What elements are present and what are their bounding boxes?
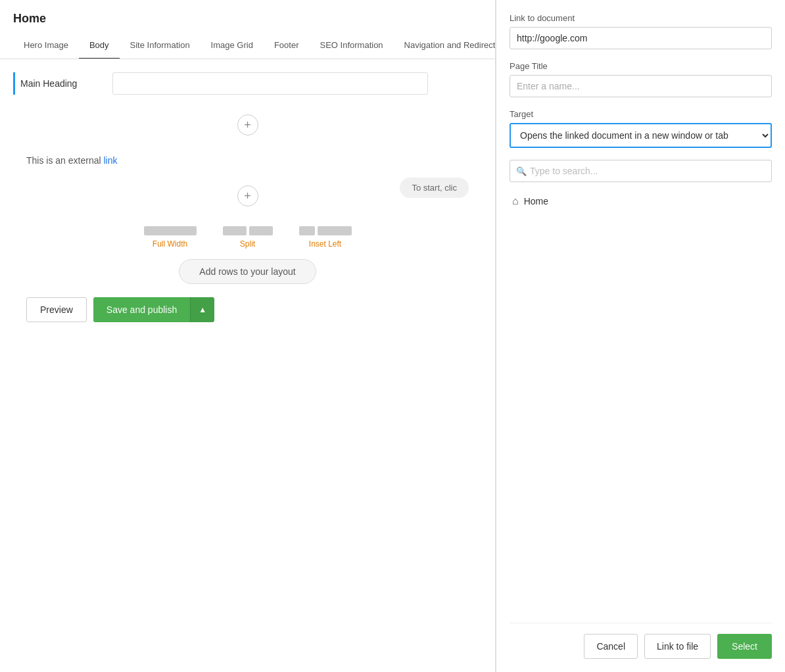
right-panel: Link to document Page Title Target Opens… bbox=[496, 0, 785, 672]
cancel-button[interactable]: Cancel bbox=[584, 634, 638, 659]
target-select[interactable]: Opens the linked document in a new windo… bbox=[510, 123, 772, 148]
external-link-text: This is an external bbox=[26, 155, 101, 166]
page-title-input[interactable] bbox=[510, 75, 772, 97]
save-publish-group: Save and publish ▲ bbox=[93, 297, 214, 322]
search-input[interactable] bbox=[510, 160, 772, 182]
layout-option-split[interactable]: Split bbox=[223, 226, 273, 249]
layout-options: Full Width Split Inset Left bbox=[13, 226, 482, 249]
search-icon: 🔍 bbox=[516, 166, 527, 176]
external-link-anchor[interactable]: link bbox=[104, 155, 118, 166]
split-icon bbox=[223, 226, 273, 235]
layout-option-full-width[interactable]: Full Width bbox=[144, 226, 197, 249]
main-heading-input[interactable] bbox=[112, 72, 428, 95]
link-to-document-input[interactable] bbox=[510, 27, 772, 49]
inset-left-label: Inset Left bbox=[309, 239, 341, 249]
right-panel-footer: Cancel Link to file Select bbox=[510, 623, 772, 659]
content-area: Main Heading To start, clic + This is an… bbox=[0, 59, 495, 672]
tab-image-grid[interactable]: Image Grid bbox=[201, 32, 264, 59]
nav-item-home-label: Home bbox=[524, 196, 548, 206]
add-row-button-2[interactable]: + bbox=[237, 185, 258, 206]
page-title-group: Page Title bbox=[510, 61, 772, 97]
link-to-document-label: Link to document bbox=[510, 13, 772, 23]
external-link-section: This is an external link bbox=[26, 155, 469, 166]
nav-item-home[interactable]: ⌂ Home bbox=[510, 190, 772, 212]
bottom-actions: Preview Save and publish ▲ bbox=[13, 284, 482, 335]
add-row-button-1[interactable]: + bbox=[237, 114, 258, 135]
full-width-icon bbox=[144, 226, 197, 235]
target-group: Target Opens the linked document in a ne… bbox=[510, 109, 772, 148]
search-box: 🔍 bbox=[510, 160, 772, 182]
inset-left-icon bbox=[299, 226, 352, 235]
tab-hero-image[interactable]: Hero Image bbox=[13, 32, 79, 59]
save-publish-arrow-button[interactable]: ▲ bbox=[190, 297, 214, 322]
page-title-label: Page Title bbox=[510, 61, 772, 71]
link-to-document-group: Link to document bbox=[510, 13, 772, 49]
left-panel: Home Hero Image Body Site Information Im… bbox=[0, 0, 496, 672]
link-to-file-button[interactable]: Link to file bbox=[644, 634, 711, 659]
tab-body[interactable]: Body bbox=[79, 32, 120, 59]
tab-footer[interactable]: Footer bbox=[264, 32, 310, 59]
tab-site-information[interactable]: Site Information bbox=[120, 32, 201, 59]
main-heading-label: Main Heading bbox=[20, 78, 112, 89]
target-label: Target bbox=[510, 109, 772, 119]
page-title: Home bbox=[0, 0, 495, 32]
tabs-bar: Hero Image Body Site Information Image G… bbox=[0, 32, 495, 59]
nav-items-list: ⌂ Home bbox=[510, 190, 772, 212]
preview-button[interactable]: Preview bbox=[26, 297, 87, 322]
tab-seo-information[interactable]: SEO Information bbox=[310, 32, 394, 59]
tab-navigation-redirects[interactable]: Navigation and Redirects bbox=[394, 32, 495, 59]
home-icon: ⌂ bbox=[512, 195, 519, 207]
split-label: Split bbox=[240, 239, 255, 249]
select-button[interactable]: Select bbox=[717, 634, 772, 659]
start-hint: To start, clic bbox=[400, 178, 469, 198]
main-heading-row: Main Heading bbox=[13, 72, 482, 95]
full-width-label: Full Width bbox=[153, 239, 187, 249]
layout-option-inset-left[interactable]: Inset Left bbox=[299, 226, 352, 249]
add-rows-button[interactable]: Add rows to your layout bbox=[179, 259, 316, 284]
save-publish-button[interactable]: Save and publish bbox=[93, 297, 190, 322]
